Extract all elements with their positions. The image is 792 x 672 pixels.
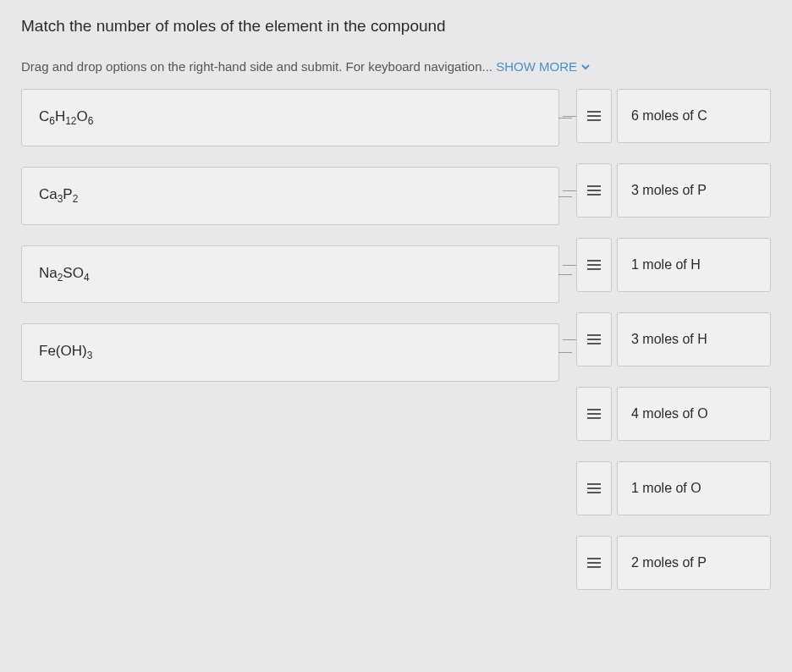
answer-row[interactable]: 1 mole of O [576, 461, 771, 515]
connector-line [558, 196, 572, 197]
chevron-down-icon [580, 62, 591, 72]
connector-line [563, 339, 576, 340]
drag-handle-icon[interactable] [576, 536, 612, 590]
connector-line [563, 265, 576, 266]
question-title: Match the number of moles of the element… [21, 17, 771, 36]
answer-label: 4 moles of O [617, 387, 771, 441]
answer-label: 1 mole of H [617, 238, 771, 292]
prompts-column: C6H12O6Ca3P2Na2SO4Fe(OH)3 [21, 89, 559, 590]
answer-row[interactable]: 3 moles of P [576, 163, 771, 218]
prompt-box[interactable]: C6H12O6 [21, 89, 559, 146]
match-container: C6H12O6Ca3P2Na2SO4Fe(OH)3 6 moles of C3 … [21, 89, 771, 590]
answer-label: 3 moles of H [617, 312, 771, 366]
connector-line [563, 190, 576, 191]
prompt-box[interactable]: Fe(OH)3 [21, 323, 559, 381]
answer-label: 6 moles of C [617, 89, 771, 143]
connector-line [558, 352, 572, 353]
answer-row[interactable]: 3 moles of H [576, 312, 771, 366]
drag-handle-icon[interactable] [576, 387, 612, 441]
answer-row[interactable]: 6 moles of C [576, 89, 771, 143]
answer-label: 2 moles of P [617, 536, 771, 590]
drag-handle-icon[interactable] [576, 312, 612, 366]
instructions-text: Drag and drop options on the right-hand … [21, 59, 771, 74]
drag-handle-icon[interactable] [576, 163, 612, 218]
drag-handle-icon[interactable] [576, 89, 612, 143]
connector-line [558, 274, 572, 275]
instructions-prefix: Drag and drop options on the right-hand … [21, 59, 496, 74]
drag-handle-icon[interactable] [576, 238, 612, 292]
answers-column: 6 moles of C3 moles of P1 mole of H3 mol… [576, 89, 771, 590]
drag-handle-icon[interactable] [576, 461, 612, 515]
connector-line [563, 116, 576, 117]
connector-line [558, 118, 572, 118]
prompt-box[interactable]: Na2SO4 [21, 245, 559, 303]
show-more-link[interactable]: SHOW MORE [496, 59, 591, 74]
answer-row[interactable]: 2 moles of P [576, 536, 771, 590]
answer-label: 1 mole of O [617, 461, 771, 515]
answer-label: 3 moles of P [617, 163, 771, 218]
show-more-label: SHOW MORE [496, 59, 577, 74]
answer-row[interactable]: 4 moles of O [576, 387, 771, 441]
answer-row[interactable]: 1 mole of H [576, 238, 771, 292]
prompt-box[interactable]: Ca3P2 [21, 167, 559, 224]
